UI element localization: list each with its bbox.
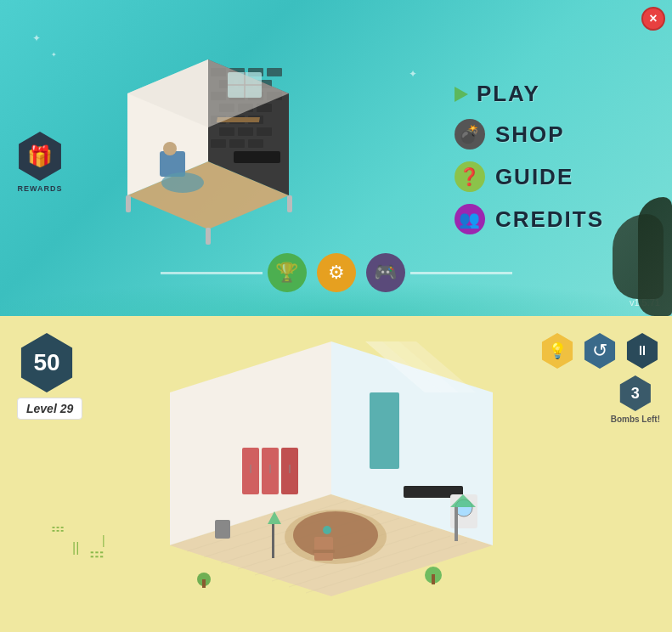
play-triangle-icon bbox=[455, 87, 468, 102]
rock-deco-2 bbox=[638, 197, 672, 316]
bombs-count: 3 bbox=[618, 375, 653, 411]
shop-label: SHOP bbox=[495, 121, 565, 148]
game-room bbox=[119, 324, 544, 630]
svg-rect-74 bbox=[202, 579, 206, 588]
top-section: × 🎁 REWARDS ✦ ✦ ✦ bbox=[0, 0, 672, 316]
svg-point-63 bbox=[285, 510, 387, 564]
menu-items: PLAY 💣 SHOP ❓ GUIDE 👥 CREDITS bbox=[455, 81, 604, 234]
bombs-container: 3 Bombs Left! bbox=[611, 375, 660, 424]
svg-rect-22 bbox=[257, 127, 272, 136]
rewards-button[interactable]: 🎁 REWARDS bbox=[15, 132, 65, 193]
game-room-svg bbox=[119, 324, 544, 630]
svg-rect-70 bbox=[272, 524, 274, 558]
svg-rect-68 bbox=[455, 507, 458, 541]
svg-rect-35 bbox=[206, 228, 211, 245]
credits-icon: 👥 bbox=[455, 204, 485, 234]
rewards-label: REWARDS bbox=[17, 184, 62, 193]
score-hex: 50 bbox=[17, 333, 76, 392]
svg-point-33 bbox=[161, 172, 204, 193]
score-value: 50 bbox=[33, 349, 59, 376]
guide-menu-item[interactable]: ❓ GUIDE bbox=[455, 161, 604, 192]
credits-menu-item[interactable]: 👥 CREDITS bbox=[455, 204, 604, 234]
credits-label: CREDITS bbox=[495, 206, 604, 233]
svg-rect-25 bbox=[248, 139, 263, 148]
svg-rect-76 bbox=[432, 574, 435, 584]
grass-4: 𝌅 bbox=[51, 520, 65, 539]
play-menu-item[interactable]: PLAY bbox=[455, 81, 604, 107]
svg-point-32 bbox=[163, 142, 177, 155]
game-controls: 💡 ↺ ⏸ bbox=[539, 333, 660, 369]
svg-rect-6 bbox=[267, 68, 282, 76]
guide-icon: ❓ bbox=[455, 161, 485, 192]
settings-button[interactable]: ⚙ bbox=[317, 253, 356, 292]
hint-button[interactable]: 💡 bbox=[539, 333, 575, 369]
svg-rect-24 bbox=[229, 139, 245, 148]
svg-rect-23 bbox=[211, 139, 226, 148]
refresh-button[interactable]: ↺ bbox=[582, 333, 618, 369]
pause-button[interactable]: ⏸ bbox=[624, 333, 660, 369]
svg-rect-21 bbox=[238, 127, 253, 136]
room-svg bbox=[102, 25, 314, 263]
shop-menu-item[interactable]: 💣 SHOP bbox=[455, 119, 604, 150]
svg-rect-36 bbox=[287, 195, 292, 212]
bombs-label: Bombs Left! bbox=[611, 415, 660, 424]
score-container: 50 Level 29 bbox=[17, 333, 82, 420]
gamepad-button[interactable]: 🎮 bbox=[366, 253, 405, 292]
rewards-hex: 🎁 bbox=[15, 132, 65, 181]
toolbar-line-right bbox=[410, 272, 512, 274]
bird-deco-1: ✦ bbox=[32, 32, 41, 44]
play-label: PLAY bbox=[477, 81, 540, 107]
svg-rect-44 bbox=[370, 392, 399, 469]
iso-room bbox=[102, 25, 314, 263]
level-badge: Level 29 bbox=[17, 398, 82, 420]
close-button[interactable]: × bbox=[641, 7, 665, 31]
guide-label: GUIDE bbox=[495, 164, 573, 190]
svg-rect-20 bbox=[219, 127, 234, 136]
bird-deco-2: ✦ bbox=[51, 51, 57, 59]
grass-2: || bbox=[72, 540, 79, 556]
trophy-button[interactable]: 🏆 bbox=[268, 253, 307, 292]
shop-icon: 💣 bbox=[455, 119, 485, 150]
bottom-toolbar: 🏆 ⚙ 🎮 bbox=[0, 253, 672, 292]
svg-rect-34 bbox=[126, 195, 131, 212]
grass-3: | bbox=[102, 533, 105, 547]
svg-rect-30 bbox=[234, 151, 280, 163]
svg-point-64 bbox=[323, 526, 331, 534]
toolbar-line-left bbox=[161, 272, 263, 274]
svg-rect-72 bbox=[215, 520, 230, 539]
bottom-section: 50 Level 29 💡 ↺ ⏸ 3 Bombs Left! 𝌅 || | 𝌅 bbox=[0, 316, 672, 632]
bird-deco-3: ✦ bbox=[409, 68, 417, 80]
